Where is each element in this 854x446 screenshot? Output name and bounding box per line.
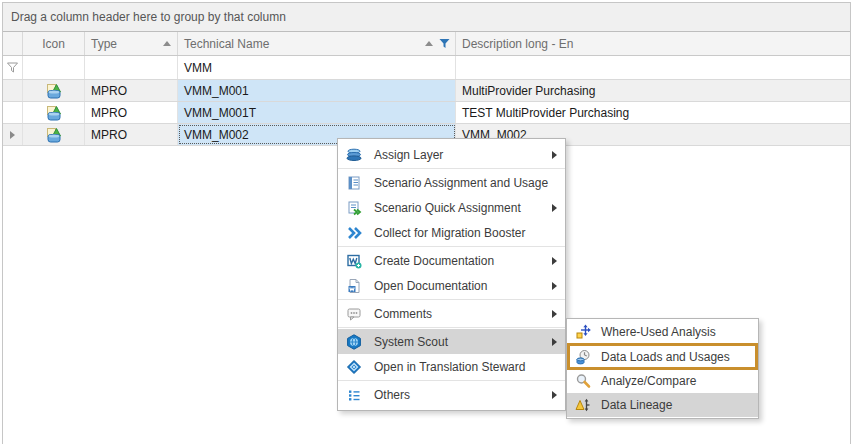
filter-cell-technical-name[interactable]: VMM xyxy=(178,56,456,79)
menu-item-label: Others xyxy=(374,388,410,402)
multiprovider-icon xyxy=(46,105,62,121)
column-header-type[interactable]: Type xyxy=(85,32,178,55)
technical-name-cell[interactable]: VMM_M001T xyxy=(178,102,456,123)
column-header-description[interactable]: Description long - En xyxy=(456,32,850,55)
create-documentation-icon xyxy=(346,253,362,269)
menu-item-label: Assign Layer xyxy=(374,148,443,162)
system-scout-icon xyxy=(346,334,362,350)
submenu-item-label: Data Lineage xyxy=(601,398,672,412)
filter-cell-type[interactable] xyxy=(85,56,178,79)
scenario-assignment-icon xyxy=(346,175,362,191)
menu-item-others[interactable]: Others xyxy=(338,382,565,407)
menu-item-create-documentation[interactable]: Create Documentation xyxy=(338,248,565,273)
submenu-arrow-icon xyxy=(552,257,557,265)
data-loads-icon xyxy=(575,349,591,365)
row-icon-cell xyxy=(23,124,85,145)
submenu-item-data-lineage[interactable]: Data Lineage xyxy=(567,393,758,417)
filter-active-icon[interactable] xyxy=(439,38,450,49)
description-cell[interactable]: MultiProvider Purchasing xyxy=(456,80,850,101)
application-window: Drag a column header here to group by th… xyxy=(0,0,854,446)
menu-item-label: Open Documentation xyxy=(374,279,487,293)
submenu-arrow-icon xyxy=(552,310,557,318)
submenu-arrow-icon xyxy=(552,338,557,346)
menu-item-label: Comments xyxy=(374,307,432,321)
filter-cell-icon[interactable] xyxy=(23,56,85,79)
assign-layer-icon xyxy=(346,147,362,163)
submenu-item-label: Where-Used Analysis xyxy=(601,325,716,339)
row-indicator-cell xyxy=(3,102,23,123)
filter-cell-description[interactable] xyxy=(456,56,850,79)
submenu-item-data-loads-and-usages[interactable]: Data Loads and Usages xyxy=(567,343,758,370)
comments-icon xyxy=(346,306,362,322)
translation-steward-icon xyxy=(346,359,362,375)
auto-filter-row: VMM xyxy=(3,56,850,80)
row-icon-cell xyxy=(23,80,85,101)
submenu-arrow-icon xyxy=(552,151,557,159)
menu-item-scenario-assignment[interactable]: Scenario Assignment and Usage xyxy=(338,170,565,195)
submenu-arrow-icon xyxy=(552,204,557,212)
description-cell[interactable]: TEST MultiProvider Purchasing xyxy=(456,102,850,123)
column-header-label: Type xyxy=(91,37,117,51)
menu-item-label: Create Documentation xyxy=(374,254,494,268)
header-indicator-cell xyxy=(3,32,23,55)
menu-item-open-documentation[interactable]: Open Documentation xyxy=(338,273,565,298)
menu-item-system-scout[interactable]: System Scout xyxy=(338,329,565,354)
filter-row-indicator xyxy=(3,56,23,79)
focused-row-arrow-icon xyxy=(10,131,15,139)
row-indicator-cell xyxy=(3,80,23,101)
menu-separator xyxy=(338,327,565,328)
context-menu: Assign Layer Scenario Assignment and Usa… xyxy=(337,138,566,411)
menu-separator xyxy=(338,299,565,300)
column-header-label: Technical Name xyxy=(184,37,269,51)
column-header-label: Icon xyxy=(42,37,65,51)
group-by-panel-text: Drag a column header here to group by th… xyxy=(11,10,286,24)
menu-item-comments[interactable]: Comments xyxy=(338,301,565,326)
menu-item-label: Open in Translation Steward xyxy=(374,360,525,374)
table-row[interactable]: MPRO VMM_M001T TEST MultiProvider Purcha… xyxy=(3,102,850,124)
menu-item-open-translation-steward[interactable]: Open in Translation Steward xyxy=(338,354,565,379)
submenu-item-label: Analyze/Compare xyxy=(601,374,696,388)
column-header-icon[interactable]: Icon xyxy=(23,32,85,55)
multiprovider-icon xyxy=(46,83,62,99)
scenario-quick-icon xyxy=(346,200,362,216)
row-icon-cell xyxy=(23,102,85,123)
row-indicator-cell xyxy=(3,124,23,145)
submenu-arrow-icon xyxy=(552,282,557,290)
menu-item-scenario-quick-assignment[interactable]: Scenario Quick Assignment xyxy=(338,195,565,220)
menu-separator xyxy=(338,246,565,247)
menu-item-label: System Scout xyxy=(374,335,448,349)
filter-value: VMM xyxy=(184,61,212,75)
column-header-label: Description long - En xyxy=(462,37,573,51)
system-scout-submenu: Where-Used Analysis Data Loads and Usage… xyxy=(566,318,759,419)
group-by-panel[interactable]: Drag a column header here to group by th… xyxy=(3,3,850,32)
multiprovider-icon xyxy=(46,127,62,143)
menu-separator xyxy=(338,168,565,169)
analyze-compare-icon xyxy=(575,373,591,389)
column-header-row: Icon Type Technical Name Description lon… xyxy=(3,32,850,56)
menu-item-label: Scenario Quick Assignment xyxy=(374,201,521,215)
migration-booster-icon xyxy=(346,225,362,241)
table-row[interactable]: MPRO VMM_M001 MultiProvider Purchasing xyxy=(3,80,850,102)
type-cell[interactable]: MPRO xyxy=(85,102,178,123)
open-documentation-icon xyxy=(346,278,362,294)
type-cell[interactable]: MPRO xyxy=(85,80,178,101)
submenu-item-label: Data Loads and Usages xyxy=(601,350,730,364)
menu-item-label: Scenario Assignment and Usage xyxy=(374,176,548,190)
type-cell[interactable]: MPRO xyxy=(85,124,178,145)
data-lineage-icon xyxy=(575,397,591,413)
filter-funnel-icon xyxy=(7,62,18,73)
others-icon xyxy=(346,387,362,403)
menu-separator xyxy=(338,380,565,381)
menu-item-label: Collect for Migration Booster xyxy=(374,226,525,240)
submenu-item-analyze-compare[interactable]: Analyze/Compare xyxy=(567,369,758,393)
technical-name-cell[interactable]: VMM_M001 xyxy=(178,80,456,101)
submenu-item-where-used-analysis[interactable]: Where-Used Analysis xyxy=(567,320,758,344)
sort-ascending-icon xyxy=(425,41,433,46)
menu-item-assign-layer[interactable]: Assign Layer xyxy=(338,142,565,167)
menu-item-collect-migration-booster[interactable]: Collect for Migration Booster xyxy=(338,220,565,245)
column-header-technical-name[interactable]: Technical Name xyxy=(178,32,456,55)
submenu-arrow-icon xyxy=(552,391,557,399)
where-used-icon xyxy=(575,324,591,340)
sort-ascending-icon xyxy=(163,41,171,46)
